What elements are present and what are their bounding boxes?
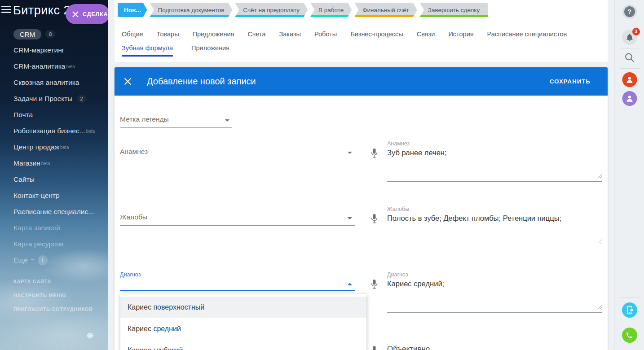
stage-document-preparation[interactable]: Подготовка документов (150, 3, 233, 17)
sidebar-item-mail[interactable]: Почта (0, 107, 108, 123)
diagnosis-select[interactable] (120, 278, 355, 291)
beta-tag: beta (86, 129, 95, 134)
deal-header-card: Нов... Подготовка документов Счёт на пре… (115, 0, 608, 62)
complaints-textarea-value: Полость в зубе; Дефект пломбы; Ретенции … (387, 214, 602, 223)
dropdown-option-caries-superficial[interactable]: Кариес поверхностный (120, 297, 366, 318)
sidebar-item-specialist-schedule[interactable]: Расписание специалис... (0, 204, 108, 220)
anamnesis-textarea-label: Анамнез (387, 140, 602, 147)
crm-pill: CRM (13, 29, 41, 39)
beta-tag: beta (41, 161, 50, 166)
tab-quotes[interactable]: Предложения (193, 31, 234, 41)
bitrix24-deal-screen: Битрикс 2 СДЕЛКА CRM 8 CRM-маркетинг CRM… (0, 0, 644, 350)
sidebar-item-records-map[interactable]: Карта записей (0, 220, 108, 236)
question-mark-icon: ? (624, 6, 635, 17)
hamburger-menu-icon[interactable] (1, 6, 11, 15)
anamnesis-textarea[interactable]: Анамнез Зуб ранее лечен; (387, 140, 602, 182)
rail-divider (620, 68, 640, 69)
diagnosis-textarea-value: Кариес средний; (387, 280, 602, 288)
sidebar-item-store[interactable]: Магазинbeta (0, 155, 108, 171)
objective-field-label: Объективно (387, 345, 430, 350)
anamnesis-select[interactable]: Анамнез (120, 144, 355, 160)
stage-close-deal[interactable]: Завершить сделку (420, 3, 488, 17)
person-icon (625, 75, 634, 84)
printer-icon[interactable] (86, 332, 94, 341)
dropdown-option-caries-medium[interactable]: Кариес средний (120, 318, 366, 340)
tab-applications[interactable]: Приложения (191, 44, 229, 57)
notification-count-badge: 3 (632, 28, 640, 35)
crm-counter-badge: 8 (45, 30, 55, 38)
sidebar-item-crm-analytics[interactable]: CRM-аналитикаbeta (0, 58, 108, 74)
help-button[interactable]: ? (622, 4, 637, 19)
tab-orders[interactable]: Заказы (279, 31, 301, 41)
modal-header: Добавление новой записи СОХРАНИТЬ (115, 67, 608, 96)
tab-products[interactable]: Товары (157, 31, 179, 41)
sitemap-link[interactable]: КАРТА САЙТА (13, 279, 93, 284)
sidebar-item-end-to-end-analytics[interactable]: Сквозная аналитика (0, 74, 108, 91)
tab-robots[interactable]: Роботы (314, 31, 337, 41)
save-button[interactable]: СОХРАНИТЬ (550, 78, 591, 85)
tab-relations[interactable]: Связи (417, 31, 435, 41)
sidebar-item-resources-map[interactable]: Карта ресурсов (0, 236, 108, 252)
chevron-down-icon (348, 152, 352, 154)
invite-employees-link[interactable]: ПРИГЛАСИТЬ СОТРУДНИКОВ (13, 306, 93, 312)
close-icon[interactable] (72, 11, 79, 18)
notifications-button[interactable]: 3 (622, 30, 637, 45)
close-icon[interactable] (124, 78, 132, 87)
deal-tabs-row2: Зубная формула Приложения (122, 44, 229, 57)
resize-handle-icon[interactable] (598, 303, 602, 311)
beta-tag: beta (60, 145, 69, 150)
sidebar-item-rpa[interactable]: Роботизация бизнес...beta (0, 123, 108, 139)
deal-tabs-row1: Общие Товары Предложения Счета Заказы Ро… (122, 31, 567, 41)
resize-handle-icon[interactable] (598, 237, 602, 245)
diagnosis-textarea[interactable]: Диагноз Кариес средний; (387, 271, 602, 313)
sidebar-item-crm[interactable]: CRM 8 (0, 26, 108, 42)
dropdown-option-caries-deep[interactable]: Кариес глубокий (120, 340, 366, 350)
stage-final-invoice[interactable]: Финальный счёт (354, 3, 417, 17)
microphone-icon[interactable] (371, 148, 379, 160)
stage-new[interactable]: Нов... (118, 3, 147, 17)
tasks-counter-badge: 2 (77, 95, 87, 103)
diagnosis-dropdown: Кариес поверхностный Кариес средний Кари… (120, 294, 366, 350)
tab-dental-chart[interactable]: Зубная формула (122, 44, 173, 57)
sidebar-item-sales-center[interactable]: Центр продажbeta (0, 139, 108, 155)
sidebar-item-crm-marketing[interactable]: CRM-маркетинг (0, 42, 108, 58)
microphone-icon[interactable] (371, 346, 379, 350)
telephony-button[interactable] (622, 328, 637, 343)
tab-specialist-schedule[interactable]: Расписание специалистов (487, 31, 567, 41)
chevron-up-icon (348, 283, 352, 285)
mobile-device-icon (625, 306, 634, 315)
search-button[interactable] (624, 52, 635, 65)
tab-invoices[interactable]: Счета (248, 31, 266, 41)
legend-label-select[interactable]: Метка легенды (120, 112, 232, 128)
sidebar-item-more[interactable]: Ещё 1 (0, 252, 108, 268)
sidebar-item-tasks-projects[interactable]: Задачи и Проекты 2 (0, 91, 108, 107)
bell-icon (625, 33, 634, 42)
add-record-modal: Добавление новой записи СОХРАНИТЬ Метка … (115, 67, 608, 350)
avatar[interactable] (622, 72, 637, 87)
tab-history[interactable]: История (448, 31, 473, 41)
sidebar-footer-links: КАРТА САЙТА НАСТРОИТЬ МЕНЮ ПРИГЛАСИТЬ СО… (13, 279, 93, 320)
stage-in-progress[interactable]: В работе (310, 3, 352, 17)
anamnesis-textarea-value: Зуб ранее лечен; (387, 149, 602, 157)
diagnosis-select-label: Диагноз (120, 271, 141, 278)
avatar[interactable] (622, 91, 637, 106)
sidebar-item-contact-center[interactable]: Контакт-центр (0, 188, 108, 204)
complaints-select[interactable]: Жалобы (120, 210, 355, 226)
diagnosis-textarea-label: Диагноз (387, 271, 602, 278)
bitrix24-logo[interactable]: Битрикс 2 (13, 4, 71, 18)
search-icon (624, 52, 635, 63)
complaints-textarea[interactable]: Жалобы Полость в зубе; Дефект пломбы; Ре… (387, 206, 602, 247)
microphone-icon[interactable] (371, 214, 379, 226)
tab-business-processes[interactable]: Бизнес-процессы (350, 31, 403, 41)
deal-slider-chip[interactable]: СДЕЛКА (66, 4, 108, 24)
sidebar-nav: CRM 8 CRM-маркетинг CRM-аналитикаbeta Ск… (0, 26, 108, 268)
stage-prepayment-invoice[interactable]: Счёт на предоплату (235, 3, 308, 17)
modal-body: Метка легенды Анамнез Жалобы Диагноз Кар… (115, 96, 608, 350)
configure-menu-link[interactable]: НАСТРОИТЬ МЕНЮ (13, 293, 93, 298)
mobile-app-button[interactable] (622, 302, 637, 318)
complaints-textarea-label: Жалобы (387, 206, 602, 212)
resize-handle-icon[interactable] (598, 172, 602, 180)
microphone-icon[interactable] (371, 279, 379, 291)
sidebar-item-sites[interactable]: Сайты (0, 171, 108, 188)
tab-general[interactable]: Общие (122, 31, 143, 41)
